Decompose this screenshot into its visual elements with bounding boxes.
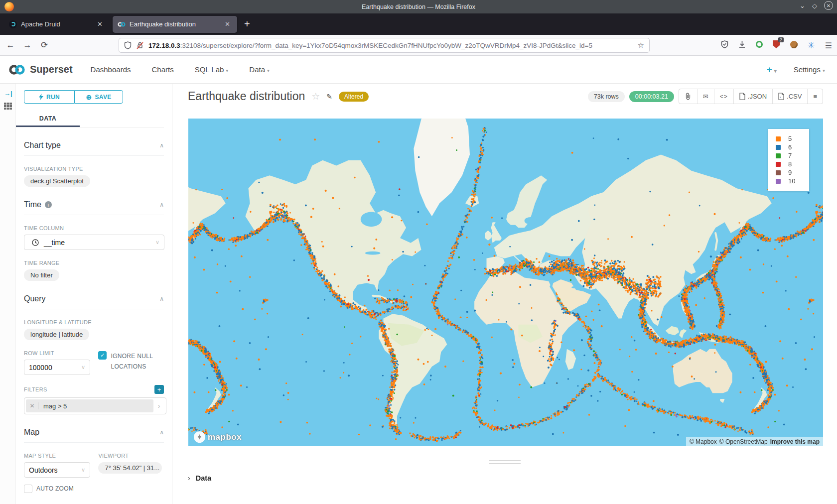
extension-ring-icon[interactable]: [756, 41, 763, 50]
minimize-button[interactable]: ⌄: [800, 2, 805, 9]
tab-apache-druid[interactable]: Apache Druid ✕: [4, 16, 110, 33]
time-column-select[interactable]: __time ∨: [24, 235, 164, 250]
filter-control: ✕ mag > 5 ›: [24, 397, 166, 414]
chevron-up-icon: ∧: [159, 295, 164, 302]
back-button[interactable]: ←: [2, 40, 19, 50]
settings-menu[interactable]: Settings▾: [794, 65, 825, 74]
mapbox-icon: ✦: [194, 431, 205, 443]
query-timer-badge: 00:00:03.21: [629, 91, 674, 102]
tab-data[interactable]: DATA: [16, 111, 80, 127]
section-map[interactable]: Map ∧: [24, 428, 164, 443]
bookmark-star-icon[interactable]: ☆: [638, 41, 644, 50]
dataset-grid-icon[interactable]: [4, 103, 12, 110]
new-tab-button[interactable]: +: [244, 18, 250, 30]
time-range-label: TIME RANGE: [24, 260, 164, 266]
nav-dashboards[interactable]: Dashboards: [91, 65, 131, 74]
legend-label: 6: [788, 143, 792, 151]
remove-filter-icon[interactable]: ✕: [26, 402, 39, 409]
edit-properties-icon[interactable]: ✎: [326, 93, 332, 101]
nav-sql-lab[interactable]: SQL Lab▾: [195, 65, 229, 74]
tab-earthquake-distribution[interactable]: Earthquake distribution ✕: [113, 16, 237, 33]
legend-label: 10: [788, 177, 795, 185]
deckgl-map[interactable]: 5678910 ✦ mapbox © Mapbox © OpenStreetMa…: [188, 119, 823, 446]
legend-swatch: [776, 179, 781, 184]
time-range-pill[interactable]: No filter: [24, 269, 59, 281]
menu-hamburger-icon[interactable]: ☰: [825, 41, 832, 50]
email-button[interactable]: ✉: [698, 89, 714, 104]
lonlat-pill[interactable]: longitude | latitude: [24, 329, 89, 340]
control-panel: RUN ⊕ SAVE DATA Chart type ∧ VISUALIZATI…: [16, 84, 172, 504]
legend-item: 9: [776, 168, 809, 177]
row-limit-select[interactable]: 100000 ∨: [24, 360, 90, 375]
chevron-down-icon: ∨: [81, 467, 85, 473]
embed-code-button[interactable]: <>: [714, 89, 734, 104]
legend-item: 6: [776, 143, 809, 151]
url-text: 172.18.0.3:32108/superset/explore/?form_…: [148, 42, 634, 49]
filter-pill[interactable]: ✕ mag > 5: [26, 399, 153, 412]
chevron-right-icon[interactable]: ›: [153, 402, 164, 410]
chart-menu-button[interactable]: ≡: [808, 89, 823, 104]
cookie-extension-icon[interactable]: [790, 41, 798, 50]
superset-logo[interactable]: Superset: [8, 64, 73, 76]
brand-name: Superset: [30, 64, 73, 75]
ignore-null-checkbox[interactable]: ✓: [98, 351, 107, 360]
time-column-label: TIME COLUMN: [24, 225, 164, 231]
attribution-osm-link[interactable]: © OpenStreetMap: [719, 438, 768, 445]
sparkle-extension-icon[interactable]: ✳: [808, 40, 815, 51]
nav-data[interactable]: Data▾: [249, 65, 270, 74]
favorite-star-icon[interactable]: ☆: [311, 91, 320, 102]
mapbox-logo[interactable]: ✦ mapbox: [194, 431, 242, 443]
legend-swatch: [776, 153, 781, 158]
chevron-down-icon: ▾: [823, 68, 825, 73]
section-query[interactable]: Query ∧: [24, 294, 164, 309]
save-button[interactable]: ⊕ SAVE: [74, 90, 123, 104]
share-link-button[interactable]: [679, 89, 698, 104]
svg-text:x: x: [780, 96, 781, 99]
section-time[interactable]: Timei ∧: [24, 200, 164, 215]
envelope-icon: ✉: [703, 93, 708, 100]
viz-type-label: VISUALIZATION TYPE: [24, 166, 164, 172]
export-csv-button[interactable]: x .CSV: [773, 89, 808, 104]
file-icon: x: [778, 93, 784, 100]
improve-map-link[interactable]: Improve this map: [770, 438, 820, 445]
close-button[interactable]: ✕: [824, 1, 833, 10]
tracking-shield-icon[interactable]: [124, 41, 132, 49]
section-chart-type[interactable]: Chart type ∧: [24, 141, 164, 156]
shield-check-extension-icon[interactable]: [721, 40, 728, 50]
add-new-button[interactable]: +▾: [767, 64, 777, 75]
tab-bar: Apache Druid ✕ Earthquake distribution ✕…: [0, 13, 837, 35]
run-button[interactable]: RUN: [24, 90, 74, 104]
attribution-mapbox-link[interactable]: © Mapbox: [690, 438, 717, 445]
map-style-select[interactable]: Outdoors ∨: [24, 462, 90, 478]
forward-button[interactable]: →: [19, 40, 36, 50]
map-canvas[interactable]: [188, 119, 823, 446]
chart-title: Earthquake distribution: [188, 90, 305, 103]
ublock-icon[interactable]: 2: [773, 40, 780, 50]
url-bar[interactable]: 172.18.0.3:32108/superset/explore/?form_…: [119, 38, 650, 53]
expand-datasource-icon[interactable]: →|: [4, 90, 12, 97]
data-panel-toggle[interactable]: › Data: [188, 474, 211, 482]
paperclip-icon: [685, 93, 692, 100]
add-filter-button[interactable]: +: [154, 385, 164, 394]
chevron-up-icon: ∧: [159, 429, 164, 436]
maximize-button[interactable]: ◇: [812, 2, 817, 9]
map-style-label: MAP STYLE: [24, 453, 98, 459]
window-title: Earthquake distribution — Mozilla Firefo…: [362, 3, 475, 10]
chevron-down-icon: ∨: [155, 239, 159, 246]
tab-close-icon[interactable]: ✕: [223, 19, 232, 29]
export-json-button[interactable]: .JSON: [734, 89, 773, 104]
viz-type-pill[interactable]: deck.gl Scatterplot: [24, 175, 90, 187]
legend-label: 5: [788, 135, 792, 142]
firefox-icon: [4, 2, 14, 11]
downloads-icon[interactable]: [738, 40, 746, 50]
auto-zoom-checkbox[interactable]: [24, 485, 32, 493]
nav-charts[interactable]: Charts: [151, 65, 173, 74]
reload-button[interactable]: ⟳: [36, 40, 53, 50]
tab-close-icon[interactable]: ✕: [95, 19, 105, 29]
chevron-down-icon: ▾: [226, 68, 228, 73]
viewport-pill[interactable]: 7° 35' 54.02" | 31...: [98, 462, 162, 474]
legend-item: 8: [776, 160, 809, 168]
insecure-lock-icon[interactable]: [137, 41, 143, 49]
superset-favicon: [118, 20, 126, 28]
panel-drag-handle[interactable]: [489, 460, 521, 466]
